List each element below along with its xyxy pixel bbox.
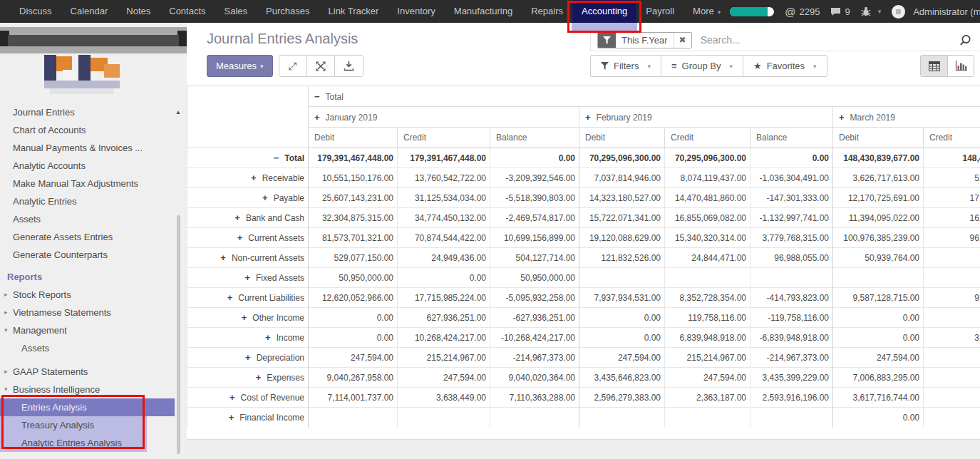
pivot-row-label-bank-and-cash[interactable]: +Bank and Cash xyxy=(187,208,309,228)
expand-icon[interactable]: + xyxy=(244,272,250,283)
expand-icon[interactable]: + xyxy=(234,212,240,223)
sidebar-item-chart-of-accounts[interactable]: Chart of Accounts xyxy=(0,121,187,139)
sidebar-item-entries-analysis[interactable]: Entries Analysis xyxy=(0,398,175,416)
pivot-month-header-february-2019[interactable]: +February 2019 xyxy=(579,107,833,128)
collapse-icon[interactable]: − xyxy=(314,91,320,102)
group-by-button[interactable]: ≡ Group By ▾ xyxy=(661,55,743,77)
pivot-col-total-header[interactable]: −Total xyxy=(309,86,980,107)
sidebar-item-assets[interactable]: Assets xyxy=(0,339,187,357)
search-icon[interactable] xyxy=(959,34,971,50)
expand-icon[interactable]: + xyxy=(251,172,257,183)
chevron-right-icon[interactable]: ▸ xyxy=(4,363,8,381)
sidebar-item-generate-counterparts[interactable]: Generate Counterparts xyxy=(0,246,187,264)
chevron-down-icon[interactable]: ▾ xyxy=(4,321,8,339)
sidebar-item-analytic-entries-analysis[interactable]: Analytic Entries Analysis xyxy=(0,434,147,452)
pivot-row-label-non-current-assets[interactable]: +Non-current Assets xyxy=(187,248,309,268)
pivot-row-label-financial-income[interactable]: +Financial Income xyxy=(187,408,309,428)
pivot-row-label-other-income[interactable]: +Other Income xyxy=(187,308,309,328)
download-button[interactable] xyxy=(335,56,363,76)
filters-button[interactable]: Filters ▾ xyxy=(590,55,661,77)
top-menu-item-inventory[interactable]: Inventory xyxy=(388,0,444,23)
expand-all-button[interactable]: ⤢ xyxy=(279,56,307,76)
pivot-row-label-receivable[interactable]: +Receivable xyxy=(187,168,309,188)
sidebar-item-business-intelligence[interactable]: ▾Business Intelligence xyxy=(0,381,187,398)
facet-remove-button[interactable]: ✖ xyxy=(674,33,691,48)
pivot-row-label-depreciation[interactable]: +Depreciation xyxy=(187,348,309,368)
top-menu-item-notes[interactable]: Notes xyxy=(117,0,160,23)
pivot-row-label-fixed-assets[interactable]: +Fixed Assets xyxy=(187,268,309,288)
expand-icon[interactable]: + xyxy=(839,112,845,123)
expand-icon[interactable]: + xyxy=(245,352,251,363)
top-menu-item-purchases[interactable]: Purchases xyxy=(257,0,319,23)
expand-icon[interactable]: + xyxy=(265,332,271,343)
top-menu-item-discuss[interactable]: Discuss xyxy=(10,0,61,23)
measures-button[interactable]: Measures ▾ xyxy=(207,55,273,77)
mentions-counter[interactable]: @ 2295 xyxy=(785,6,820,18)
expand-icon[interactable]: + xyxy=(220,252,226,263)
expand-icon[interactable]: + xyxy=(262,192,268,203)
expand-icon[interactable]: + xyxy=(229,412,234,423)
pivot-measure-header-march-2019-debit[interactable]: Debit xyxy=(833,128,924,148)
top-menu-item-payroll[interactable]: Payroll xyxy=(636,0,684,23)
sidebar-item-generate-assets-entries[interactable]: Generate Assets Entries xyxy=(0,228,187,246)
top-menu-item-repairs[interactable]: Repairs xyxy=(522,0,572,23)
pivot-measure-header-february-2019-debit[interactable]: Debit xyxy=(579,128,665,148)
pivot-measure-header-march-2019-credit[interactable]: Credit xyxy=(924,128,980,148)
flip-axis-button[interactable] xyxy=(307,56,335,76)
pivot-measure-header-february-2019-credit[interactable]: Credit xyxy=(665,128,751,148)
sidebar-item-vietnamese-statements[interactable]: ▸Vietnamese Statements xyxy=(0,304,187,321)
chevron-down-icon[interactable]: ▾ xyxy=(4,381,8,398)
top-menu-item-manufacturing[interactable]: Manufacturing xyxy=(445,0,522,23)
expand-icon[interactable]: + xyxy=(229,392,235,403)
pivot-row-depreciation: +Depreciation247,594.00215,214,967.00-21… xyxy=(187,348,980,368)
search-input[interactable] xyxy=(699,33,980,46)
top-menu-item-link-tracker[interactable]: Link Tracker xyxy=(319,0,388,23)
pivot-row-label-payable[interactable]: +Payable xyxy=(187,188,309,208)
pivot-row-label-current-assets[interactable]: +Current Assets xyxy=(187,228,309,248)
pivot-row-label-expenses[interactable]: +Expenses xyxy=(187,368,309,388)
messages-counter[interactable]: 9 xyxy=(830,6,850,17)
sidebar-item-treasury-analysis[interactable]: Treasury Analysis xyxy=(0,416,147,434)
sidebar-item-analytic-entries[interactable]: Analytic Entries xyxy=(0,192,187,210)
user-menu[interactable]: Administrator (mknwyp... ▾ xyxy=(892,5,980,19)
pivot-measure-header-january-2019-balance[interactable]: Balance xyxy=(490,128,579,148)
sidebar-item-gaap-statements[interactable]: ▸GAAP Statements xyxy=(0,363,187,381)
pivot-measure-header-january-2019-debit[interactable]: Debit xyxy=(309,128,398,148)
expand-icon[interactable]: + xyxy=(237,232,243,243)
chevron-right-icon[interactable]: ▸ xyxy=(4,286,8,304)
pivot-row-label-income[interactable]: +Income xyxy=(187,328,309,348)
sidebar-item-journal-entries[interactable]: Journal Entries▲ xyxy=(0,103,187,121)
pivot-month-header-january-2019[interactable]: +January 2019 xyxy=(309,107,579,128)
sidebar-item-management[interactable]: ▾Management xyxy=(0,321,187,339)
sidebar-item-make-manual-tax-adjustments[interactable]: Make Manual Tax Adjustments xyxy=(0,175,187,192)
top-menu-item-sales[interactable]: Sales xyxy=(215,0,257,23)
graph-view-button[interactable] xyxy=(947,56,974,76)
sidebar-item-analytic-accounts[interactable]: Analytic Accounts xyxy=(0,157,187,175)
pivot-row-label-total[interactable]: −Total xyxy=(187,148,309,168)
pivot-measure-header-january-2019-credit[interactable]: Credit xyxy=(398,128,490,148)
top-menu-item-contacts[interactable]: Contacts xyxy=(160,0,215,23)
scroll-up-icon[interactable]: ▲ xyxy=(175,103,181,121)
chevron-right-icon[interactable]: ▸ xyxy=(4,304,8,321)
collapse-icon[interactable]: − xyxy=(274,153,279,163)
expand-icon[interactable]: + xyxy=(256,372,262,383)
top-menu-item-accounting[interactable]: Accounting xyxy=(572,0,636,23)
pivot-view-button[interactable] xyxy=(921,56,947,76)
expand-icon[interactable]: + xyxy=(227,292,233,303)
pivot-row-label-cost-of-revenue[interactable]: +Cost of Revenue xyxy=(187,388,309,408)
sidebar-scrollbar[interactable] xyxy=(177,215,180,454)
expand-icon[interactable]: + xyxy=(585,112,591,123)
pivot-measure-header-february-2019-balance[interactable]: Balance xyxy=(751,128,833,148)
pivot-row-label-current-liabilities[interactable]: +Current Liabilities xyxy=(187,288,309,308)
sidebar-item-invoi[interactable]: Invoi xyxy=(0,455,187,459)
debug-menu[interactable]: ▾ xyxy=(861,6,882,16)
expand-icon[interactable]: + xyxy=(242,312,247,323)
pivot-month-header-march-2019[interactable]: +March 2019 xyxy=(833,107,980,128)
sidebar-item-stock-reports[interactable]: ▸Stock Reports xyxy=(0,286,187,304)
top-menu-item-more[interactable]: More▾ xyxy=(684,0,730,23)
sidebar-item-assets[interactable]: Assets xyxy=(0,210,187,228)
expand-icon[interactable]: + xyxy=(314,112,320,123)
sidebar-item-manual-payments-invoices[interactable]: Manual Payments & Invoices ... xyxy=(0,139,187,157)
top-menu-item-calendar[interactable]: Calendar xyxy=(61,0,118,23)
favorites-button[interactable]: ★ Favorites ▾ xyxy=(743,55,827,77)
